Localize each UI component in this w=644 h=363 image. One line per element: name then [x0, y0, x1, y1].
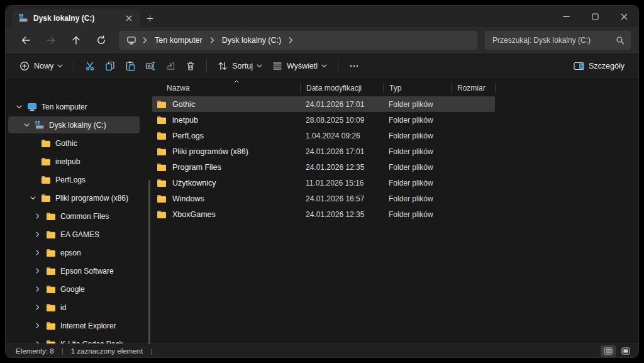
breadcrumb: Ten komputer Dysk lokalny (C:): [119, 31, 477, 50]
trash-icon: [186, 61, 196, 71]
tab-dysk-lokalny[interactable]: Dysk lokalny (C:): [12, 9, 140, 27]
file-modified: 24.01.2026 17:01: [300, 100, 383, 109]
table-row[interactable]: Użytkownicy 11.01.2026 15:16 Folder plik…: [152, 175, 495, 191]
refresh-button[interactable]: [89, 30, 114, 50]
sort-button-label: Sortuj: [232, 62, 253, 70]
search-icon: [616, 36, 625, 45]
search-box[interactable]: [485, 31, 631, 50]
search-input[interactable]: [492, 36, 616, 45]
chevron-right-icon[interactable]: [33, 250, 42, 255]
new-tab-button[interactable]: [140, 9, 159, 27]
chevron-right-icon[interactable]: [33, 286, 42, 292]
rename-icon: [145, 61, 155, 71]
cut-button[interactable]: [80, 57, 100, 75]
table-row[interactable]: Windows 24.01.2026 16:57 Folder plików: [152, 191, 495, 206]
minimize-button[interactable]: [552, 6, 580, 27]
folder-icon: [41, 175, 51, 185]
file-list: Nazwa Data modyfikacji Typ Rozmiar Gothi…: [152, 79, 638, 343]
sidebar-item-google[interactable]: Google: [8, 281, 140, 298]
sidebar-item-perflogs[interactable]: PerfLogs: [8, 171, 140, 188]
status-separator: |: [150, 347, 152, 355]
sidebar-item-label: epson: [60, 249, 81, 257]
chevron-right-icon[interactable]: [33, 213, 42, 219]
drive-icon: [35, 120, 45, 130]
table-row[interactable]: Pliki programów (x86) 24.01.2026 17:01 F…: [152, 143, 495, 159]
forward-button[interactable]: [38, 30, 64, 50]
sidebar-item-id[interactable]: id: [8, 299, 140, 316]
close-window-button[interactable]: [609, 6, 638, 27]
table-row[interactable]: Gothic 24.01.2026 17:01 Folder plików: [152, 96, 495, 112]
chevron-down-icon[interactable]: [28, 196, 37, 200]
sidebar-item-label: Dysk lokalny (C:): [49, 121, 106, 130]
computer-icon[interactable]: [126, 35, 136, 45]
share-button[interactable]: [160, 57, 180, 75]
up-button[interactable]: [64, 30, 89, 50]
details-pane-button[interactable]: Szczegóły: [569, 58, 630, 74]
chevron-right-icon[interactable]: [33, 232, 42, 237]
new-button-label: Nowy: [34, 62, 53, 70]
file-name: Pliki programów (x86): [172, 147, 248, 156]
column-header-modified[interactable]: Data modyfikacji: [300, 83, 383, 93]
sidebar-item-internet-explorer[interactable]: Internet Explorer: [8, 317, 140, 334]
sidebar-item-label: EA GAMES: [60, 230, 99, 239]
breadcrumb-dysk-lokalny[interactable]: Dysk lokalny (C:): [221, 34, 282, 47]
sort-button[interactable]: Sortuj: [213, 57, 267, 75]
sidebar-item-pliki-program-w-x86-[interactable]: Pliki programów (x86): [8, 189, 140, 206]
details-view-icon[interactable]: [601, 345, 616, 357]
breadcrumb-ten-komputer[interactable]: Ten komputer: [153, 34, 204, 47]
copy-button[interactable]: [100, 57, 120, 75]
table-row[interactable]: XboxGames 24.01.2026 12:35 Folder plików: [152, 206, 495, 222]
chevron-right-icon[interactable]: [33, 323, 42, 328]
thumbnails-view-icon[interactable]: [618, 345, 633, 357]
sidebar-scrollbar[interactable]: [148, 180, 150, 343]
status-items-count: Elementy: 8: [16, 347, 54, 355]
sidebar-item-k-lite-codec-pack[interactable]: K-Lite Codec Pack: [8, 335, 140, 343]
table-row[interactable]: PerfLogs 1.04.2024 09:26 Folder plików: [152, 128, 495, 143]
folder-icon: [46, 303, 56, 313]
chevron-right-icon[interactable]: [33, 304, 42, 310]
chevron-down-icon[interactable]: [14, 105, 23, 109]
sidebar-item-ten-komputer[interactable]: Ten komputer: [8, 98, 140, 115]
view-button-label: Wyświetl: [287, 62, 318, 70]
more-button[interactable]: [344, 57, 364, 75]
sidebar-item-ea-games[interactable]: EA GAMES: [8, 226, 140, 243]
table-row[interactable]: Program Files 24.01.2026 12:35 Folder pl…: [152, 159, 495, 175]
view-button[interactable]: Wyświetl: [267, 57, 332, 75]
back-button[interactable]: [13, 30, 38, 50]
column-header-type[interactable]: Typ: [383, 83, 451, 93]
file-type: Folder plików: [383, 179, 451, 187]
folder-icon: [157, 100, 167, 109]
maximize-button[interactable]: [580, 6, 609, 27]
chevron-right-icon[interactable]: [289, 37, 293, 43]
paste-button[interactable]: [120, 57, 140, 75]
folder-icon: [46, 230, 56, 240]
chevron-right-icon[interactable]: [210, 37, 214, 43]
folder-icon: [46, 284, 56, 294]
folder-icon: [41, 157, 51, 167]
rename-button[interactable]: [140, 57, 160, 75]
sidebar-item-label: Google: [60, 285, 85, 294]
file-type: Folder plików: [383, 131, 451, 140]
explorer-window: Dysk lokalny (C:): [5, 5, 639, 358]
sidebar-item-common-files[interactable]: Common Files: [8, 208, 140, 225]
file-modified: 11.01.2026 15:16: [300, 179, 383, 187]
more-icon: [349, 61, 359, 71]
close-tab-icon[interactable]: [123, 12, 135, 25]
sidebar-item-inetpub[interactable]: inetpub: [8, 153, 140, 170]
delete-button[interactable]: [180, 57, 201, 75]
toolbar-separator: [338, 59, 338, 73]
sidebar-item-epson-software[interactable]: Epson Software: [8, 262, 140, 279]
chevron-down-icon[interactable]: [22, 123, 31, 127]
copy-icon: [105, 61, 115, 71]
folder-icon: [41, 193, 51, 203]
chevron-right-icon[interactable]: [33, 268, 42, 274]
sidebar-item-epson[interactable]: epson: [8, 244, 140, 261]
sidebar-item-gothic[interactable]: Gothic: [8, 135, 140, 152]
column-header-name[interactable]: Nazwa: [152, 83, 300, 93]
chevron-right-icon[interactable]: [33, 341, 42, 343]
column-header-size[interactable]: Rozmiar: [451, 83, 495, 93]
table-row[interactable]: inetpub 28.08.2025 10:09 Folder plików: [152, 112, 495, 128]
sidebar-item-dysk-lokalny-c-[interactable]: Dysk lokalny (C:): [8, 116, 140, 133]
new-button[interactable]: Nowy: [14, 57, 68, 75]
file-name: Użytkownicy: [172, 179, 216, 187]
